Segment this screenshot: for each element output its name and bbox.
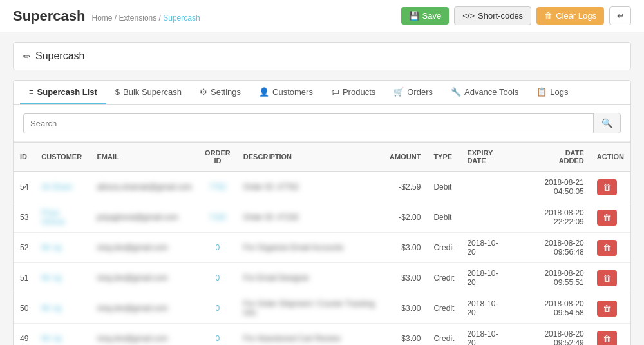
back-icon: ↩ xyxy=(617,11,624,21)
back-button[interactable]: ↩ xyxy=(609,6,631,25)
top-bar-left: Supercash Home / Extensions / Supercash xyxy=(13,8,200,25)
cell-type: Debit xyxy=(427,172,460,202)
cell-type: Credit xyxy=(427,263,460,293)
delete-button[interactable]: 🗑 xyxy=(597,210,617,226)
delete-button[interactable]: 🗑 xyxy=(597,331,617,346)
cell-order-id: 0 xyxy=(198,324,237,346)
cell-email: niraj.dre@gmail.com xyxy=(91,324,199,346)
cell-order-id: 7192 xyxy=(198,202,237,233)
cell-type: Credit xyxy=(427,293,460,324)
customers-icon: 👤 xyxy=(259,87,269,97)
cell-description: For Order Shipment / Courier Tracking In… xyxy=(237,293,383,324)
cell-order-id: 0 xyxy=(198,293,237,324)
clear-icon: 🗑 xyxy=(544,11,553,21)
breadcrumb: Home / Extensions / Supercash xyxy=(92,14,200,23)
table-row: 51 Mr raj niraj.dre@gmail.com 0 For Emai… xyxy=(14,263,630,293)
list-icon: ≡ xyxy=(29,87,34,97)
cell-description: For Organize Email Accounts xyxy=(237,233,383,263)
cell-id: 50 xyxy=(14,293,35,324)
cell-expiry-date: 2018-10-20 xyxy=(460,293,511,324)
cell-action: 🗑 xyxy=(591,324,630,346)
page-content: ✏ Supercash ≡ Supercash List $ Bulk Supe… xyxy=(0,32,644,345)
cell-expiry-date xyxy=(460,202,511,233)
col-order-id: ORDERID xyxy=(198,143,237,172)
search-bar: 🔍 xyxy=(14,105,630,142)
cell-expiry-date: 2018-10-20 xyxy=(460,324,511,346)
breadcrumb-extensions[interactable]: Extensions xyxy=(119,14,157,23)
cell-expiry-date: 2018-10-20 xyxy=(460,263,511,293)
cell-expiry-date xyxy=(460,172,511,202)
cell-description: For Abandoned Cart Review xyxy=(237,324,383,346)
cell-email: niraj.dre@gmail.com xyxy=(91,233,199,263)
products-icon: 🏷 xyxy=(331,87,339,97)
cell-order-id: 0 xyxy=(198,263,237,293)
search-input[interactable] xyxy=(23,113,593,133)
gear-icon: ⚙ xyxy=(200,87,207,97)
cell-customer: Mr raj xyxy=(35,293,90,324)
tab-settings[interactable]: ⚙ Settings xyxy=(191,81,250,104)
cell-action: 🗑 xyxy=(591,172,630,202)
tab-orders[interactable]: 🛒 Orders xyxy=(384,81,442,104)
top-bar: Supercash Home / Extensions / Supercash … xyxy=(0,0,644,32)
cell-expiry-date: 2018-10-20 xyxy=(460,233,511,263)
col-type: TYPE xyxy=(427,143,460,172)
cell-customer: Ali Sham xyxy=(35,172,90,202)
cell-description: Order ID: #7192 xyxy=(237,202,383,233)
delete-button[interactable]: 🗑 xyxy=(597,301,617,317)
table-row: 50 Mr raj niraj.dre@gmail.com 0 For Orde… xyxy=(14,293,630,324)
pencil-icon: ✏ xyxy=(23,52,30,61)
col-customer: CUSTOMER xyxy=(35,143,90,172)
clear-logs-button[interactable]: 🗑 Clear Logs xyxy=(536,7,604,25)
table-row: 54 Ali Sham alireza.shamak@gmail.com 776… xyxy=(14,172,630,202)
page-header: ✏ Supercash xyxy=(13,42,631,70)
delete-button[interactable]: 🗑 xyxy=(597,179,617,195)
cell-amount: -$2.59 xyxy=(383,172,427,202)
col-expiry-date: EXPIRYDATE xyxy=(460,143,511,172)
breadcrumb-current: Supercash xyxy=(163,14,200,23)
shortcodes-icon: </> xyxy=(462,11,475,21)
cell-type: Credit xyxy=(427,324,460,346)
col-id: ID xyxy=(14,143,35,172)
tab-advance-tools[interactable]: 🔧 Advance Tools xyxy=(442,81,527,104)
cell-date-added: 2018-08-20 09:55:51 xyxy=(511,263,591,293)
cell-type: Credit xyxy=(427,233,460,263)
tab-logs[interactable]: 📋 Logs xyxy=(527,81,577,104)
tabs-bar: ≡ Supercash List $ Bulk Supercash ⚙ Sett… xyxy=(14,81,630,105)
col-amount: AMOUNT xyxy=(383,143,427,172)
table-row: 53 Priya Ghorai priyaghorai@gmail.com 71… xyxy=(14,202,630,233)
cell-amount: $3.00 xyxy=(383,233,427,263)
delete-button[interactable]: 🗑 xyxy=(597,270,617,286)
app-title: Supercash xyxy=(13,8,86,25)
delete-button[interactable]: 🗑 xyxy=(597,240,617,256)
logs-icon: 📋 xyxy=(536,87,547,97)
search-button[interactable]: 🔍 xyxy=(593,113,621,133)
tab-bulk-supercash[interactable]: $ Bulk Supercash xyxy=(106,81,191,104)
save-button[interactable]: 💾 Save xyxy=(401,7,450,25)
cell-type: Debit xyxy=(427,202,460,233)
top-bar-right: 💾 Save </> Short-codes 🗑 Clear Logs ↩ xyxy=(401,6,631,25)
table-row: 52 Mr raj niraj.dre@gmail.com 0 For Orga… xyxy=(14,233,630,263)
cell-amount: $3.00 xyxy=(383,324,427,346)
cell-id: 53 xyxy=(14,202,35,233)
save-icon: 💾 xyxy=(409,11,419,21)
data-table: ID CUSTOMER EMAIL ORDERID DESCRIPTION AM… xyxy=(14,142,630,345)
cell-action: 🗑 xyxy=(591,263,630,293)
cell-date-added: 2018-08-20 09:52:49 xyxy=(511,324,591,346)
cell-action: 🗑 xyxy=(591,202,630,233)
tab-supercash-list[interactable]: ≡ Supercash List xyxy=(20,81,106,104)
cell-email: niraj.dre@gmail.com xyxy=(91,293,199,324)
breadcrumb-home[interactable]: Home xyxy=(92,14,113,23)
tab-products[interactable]: 🏷 Products xyxy=(322,81,384,104)
cell-description: Order ID: #7762 xyxy=(237,172,383,202)
cell-email: alireza.shamak@gmail.com xyxy=(91,172,199,202)
page-title: Supercash xyxy=(35,50,85,62)
cell-order-id: 7762 xyxy=(198,172,237,202)
table-header-row: ID CUSTOMER EMAIL ORDERID DESCRIPTION AM… xyxy=(14,143,630,172)
cell-id: 51 xyxy=(14,263,35,293)
cell-customer: Priya Ghorai xyxy=(35,202,90,233)
cell-date-added: 2018-08-20 09:56:48 xyxy=(511,233,591,263)
tab-customers[interactable]: 👤 Customers xyxy=(250,81,322,104)
cell-email: niraj.dre@gmail.com xyxy=(91,263,199,293)
cell-action: 🗑 xyxy=(591,233,630,263)
short-codes-button[interactable]: </> Short-codes xyxy=(454,6,531,25)
